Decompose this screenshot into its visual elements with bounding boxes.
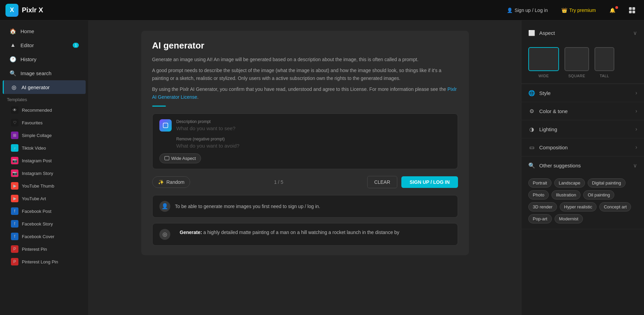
pinterest-long-icon: P — [11, 258, 18, 265]
chip-pop-art[interactable]: Pop-art — [528, 214, 552, 223]
chip-concept-art[interactable]: Concept art — [599, 202, 631, 211]
suggestions-chips: Portrait Landscape Digital painting Phot… — [521, 174, 644, 229]
lighting-section: ◑ Lighting › — [521, 120, 644, 138]
aspect-panel-row[interactable]: ⬜ Aspect ∨ — [521, 24, 644, 42]
aspect-box-wide — [528, 47, 559, 71]
sidebar-sub-tiktok[interactable]: ♪ Tiktok Video — [3, 142, 86, 154]
chip-hyper-realistic[interactable]: Hyper realistic — [560, 202, 597, 211]
aspect-box-square — [564, 47, 589, 71]
svg-rect-0 — [163, 123, 168, 128]
aspect-option-square[interactable]: SQUARE — [564, 47, 589, 78]
tiktok-icon: ♪ — [11, 144, 18, 152]
youtube-thumb-icon: ▶ — [11, 182, 18, 190]
style-chevron: › — [635, 90, 637, 96]
color-tone-panel-row[interactable]: ⚙ Color & tone › — [521, 102, 644, 120]
info-avatar: 👤 — [159, 201, 170, 212]
chip-oil-painting[interactable]: Oil painting — [583, 190, 614, 200]
lighting-chevron: › — [635, 126, 637, 132]
sidebar-sub-pinterest-pin[interactable]: P Pinterest Pin — [3, 243, 86, 255]
aspect-option-wide[interactable]: WIDE — [528, 47, 559, 78]
counter: 1 / 5 — [194, 179, 363, 185]
chip-portrait[interactable]: Portrait — [528, 178, 552, 188]
aspect-row-left: ⬜ Aspect — [528, 29, 555, 36]
composition-icon: ▭ — [528, 144, 535, 151]
page-title: AI generator — [152, 40, 458, 51]
sidebar-sub-pinterest-long[interactable]: P Pinterest Long Pin — [3, 256, 86, 268]
signup-button[interactable]: 👤 Sign up / Log in — [503, 5, 551, 15]
other-suggestions-panel-row[interactable]: 🔍 Other suggestions ∨ — [521, 156, 644, 174]
center-content: AI generator Generate an image using AI!… — [89, 20, 521, 315]
sign-up-log-in-button[interactable]: SIGN UP / LOG IN — [401, 176, 458, 188]
chip-photo[interactable]: Photo — [528, 190, 549, 200]
header: X Pixlr X 👤 Sign up / Log in 👑 Try premi… — [0, 0, 644, 20]
grid-icon — [629, 7, 635, 13]
sidebar-sub-simple-collage[interactable]: ⊞ Simple Collage — [3, 129, 86, 141]
negative-label: Remove (negative prompt) — [176, 137, 451, 141]
generate-label: Generate: — [180, 230, 202, 235]
facebook-cover-icon: f — [11, 233, 18, 240]
sidebar-item-ai-generator[interactable]: ◎ AI generator — [3, 80, 86, 94]
lighting-panel-row[interactable]: ◑ Lighting › — [521, 120, 644, 138]
page-desc-1: Generate an image using AI! An image wil… — [152, 56, 458, 63]
instagram-story-icon: 📷 — [11, 169, 18, 177]
chip-landscape[interactable]: Landscape — [554, 178, 585, 188]
facebook-post-icon: f — [11, 207, 18, 215]
sidebar-item-editor[interactable]: ▲ Editor 1 — [3, 38, 86, 52]
aspect-icon: ⬜ — [528, 29, 535, 36]
sidebar-sub-instagram-post[interactable]: 📷 Instagram Post — [3, 154, 86, 167]
style-section: 🌐 Style › — [521, 84, 644, 102]
random-button[interactable]: ✨ Random — [152, 176, 190, 188]
crown-icon: 👑 — [561, 8, 567, 13]
prompt-box: Description prompt What do you want to s… — [152, 113, 458, 169]
notification-button[interactable]: 🔔 — [606, 5, 619, 15]
facebook-story-icon: f — [11, 220, 18, 228]
clear-button[interactable]: CLEAR — [367, 176, 398, 188]
sidebar-item-image-search[interactable]: 🔍 Image search — [3, 66, 86, 80]
aspect-tall-label: TALL — [600, 74, 609, 78]
chip-illustration[interactable]: Illustration — [552, 190, 581, 200]
lighting-row-left: ◑ Lighting — [528, 126, 557, 133]
sidebar-sub-facebook-post[interactable]: f Facebook Post — [3, 205, 86, 217]
chip-modernist[interactable]: Modernist — [555, 214, 583, 223]
apps-button[interactable] — [626, 5, 639, 15]
generate-text: Generate: a highly detailed matte painti… — [180, 229, 400, 236]
sidebar-sub-facebook-cover[interactable]: f Facebook Cover — [3, 230, 86, 243]
premium-button[interactable]: 👑 Try premium — [558, 5, 599, 15]
sidebar-sub-favourites[interactable]: ♡ Favourites — [3, 117, 86, 129]
aspect-btn-icon — [164, 156, 169, 160]
generate-preview: ◎ Generate: a highly detailed matte pain… — [152, 223, 458, 246]
color-tone-icon: ⚙ — [528, 108, 535, 114]
home-icon: 🏠 — [10, 28, 16, 35]
aspect-chevron: ∨ — [633, 30, 637, 36]
negative-input[interactable]: What do you want to avoid? — [176, 143, 451, 149]
other-suggestions-chevron: ∨ — [633, 162, 637, 169]
app-name: Pixlr X — [22, 6, 43, 14]
aspect-options: WIDE SQUARE TALL — [521, 42, 644, 84]
instagram-post-icon: 📷 — [11, 157, 18, 164]
aspect-button[interactable]: Wide Aspect — [159, 153, 201, 163]
composition-panel-row[interactable]: ▭ Composition › — [521, 138, 644, 156]
bell-icon: 🔔 — [610, 8, 615, 13]
color-tone-row-left: ⚙ Color & tone — [528, 108, 568, 114]
ai-generator-card: AI generator Generate an image using AI!… — [141, 31, 469, 255]
sidebar-item-home[interactable]: 🏠 Home — [3, 24, 86, 38]
lighting-icon: ◑ — [528, 126, 535, 133]
style-panel-row[interactable]: 🌐 Style › — [521, 84, 644, 102]
chip-3d-render[interactable]: 3D render — [528, 202, 557, 211]
sidebar-sub-facebook-story[interactable]: f Facebook Story — [3, 218, 86, 230]
wand-icon: ✨ — [158, 179, 164, 185]
editor-icon: ▲ — [10, 42, 16, 49]
info-text: To be able to generate more images you f… — [175, 204, 320, 209]
sidebar-sub-instagram-story[interactable]: 📷 Instagram Story — [3, 167, 86, 179]
aspect-option-tall[interactable]: TALL — [595, 47, 614, 78]
history-icon: 🕐 — [10, 56, 16, 63]
sidebar-item-history[interactable]: 🕐 History — [3, 52, 86, 66]
sidebar-sub-youtube-art[interactable]: ▶ YouTube Art — [3, 192, 86, 205]
ai-generator-icon: ◎ — [11, 84, 17, 91]
generate-avatar-icon: ◎ — [162, 231, 167, 237]
sidebar-sub-youtube-thumb[interactable]: ▶ YouTube Thumb — [3, 180, 86, 192]
right-panel: ⬜ Aspect ∨ WIDE SQUARE TALL — [521, 20, 644, 315]
sidebar-sub-recommended[interactable]: 👁 Recommended — [3, 104, 86, 116]
chip-digital-painting[interactable]: Digital painting — [588, 178, 626, 188]
prompt-input[interactable]: What do you want to see? — [176, 125, 451, 131]
